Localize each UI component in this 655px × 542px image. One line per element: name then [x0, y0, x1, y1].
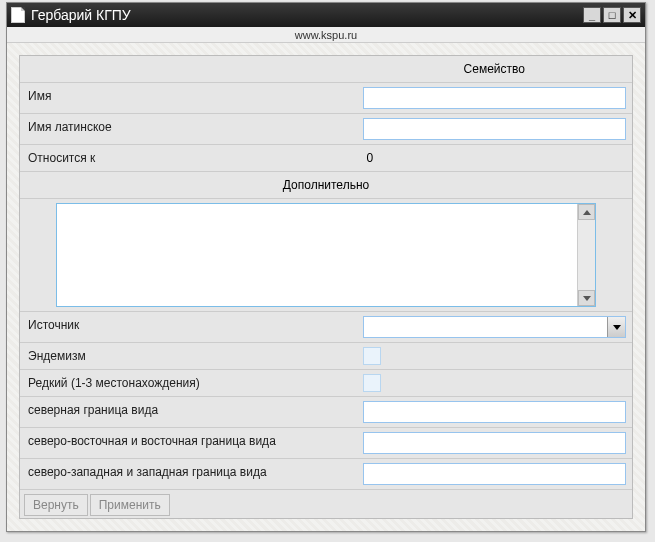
row-latin: Имя латинское [20, 114, 632, 145]
row-northeast: северо-восточная и восточная граница вид… [20, 428, 632, 459]
form-panel: Семейство Имя Имя латинское Относится к … [19, 55, 633, 519]
northwest-label: северо-западная и западная граница вида [20, 459, 357, 489]
row-name: Имя [20, 83, 632, 114]
rare-label: Редкий (1-3 местонахождения) [20, 370, 357, 396]
button-bar: Вернуть Применить [20, 490, 632, 516]
titlebar[interactable]: Гербарий КГПУ _ □ ✕ [7, 3, 645, 27]
row-northwest: северо-западная и западная граница вида [20, 459, 632, 490]
scrollbar[interactable] [577, 204, 595, 306]
scroll-down-icon[interactable] [578, 290, 595, 306]
source-label: Источник [20, 312, 357, 342]
minimize-button[interactable]: _ [583, 7, 601, 23]
close-button[interactable]: ✕ [623, 7, 641, 23]
row-endemism: Эндемизм [20, 343, 632, 370]
section-header-family: Семейство [20, 56, 632, 83]
latin-input[interactable] [363, 118, 626, 140]
window-title: Гербарий КГПУ [31, 7, 583, 23]
row-rare: Редкий (1-3 местонахождения) [20, 370, 632, 397]
northeast-label: северо-восточная и восточная граница вид… [20, 428, 357, 458]
revert-button[interactable]: Вернуть [24, 494, 88, 516]
rare-checkbox[interactable] [363, 374, 381, 392]
scroll-up-icon[interactable] [578, 204, 595, 220]
additional-textarea[interactable] [57, 204, 577, 306]
row-north: северная граница вида [20, 397, 632, 428]
northeast-input[interactable] [363, 432, 626, 454]
document-icon [11, 7, 25, 23]
address-bar: www.kspu.ru [7, 27, 645, 43]
belongs-value: 0 [363, 151, 374, 165]
north-input[interactable] [363, 401, 626, 423]
belongs-label: Относится к [20, 145, 357, 171]
name-label: Имя [20, 83, 357, 113]
row-additional [20, 199, 632, 312]
app-window: Гербарий КГПУ _ □ ✕ www.kspu.ru Семейств… [6, 2, 646, 532]
latin-label: Имя латинское [20, 114, 357, 144]
row-belongs: Относится к 0 [20, 145, 632, 172]
name-input[interactable] [363, 87, 626, 109]
endemism-checkbox[interactable] [363, 347, 381, 365]
row-source: Источник [20, 312, 632, 343]
maximize-button[interactable]: □ [603, 7, 621, 23]
northwest-input[interactable] [363, 463, 626, 485]
section-header-additional: Дополнительно [20, 172, 632, 199]
content-area: Семейство Имя Имя латинское Относится к … [7, 43, 645, 531]
apply-button[interactable]: Применить [90, 494, 170, 516]
north-label: северная граница вида [20, 397, 357, 427]
endemism-label: Эндемизм [20, 343, 357, 369]
source-select[interactable] [363, 316, 626, 338]
